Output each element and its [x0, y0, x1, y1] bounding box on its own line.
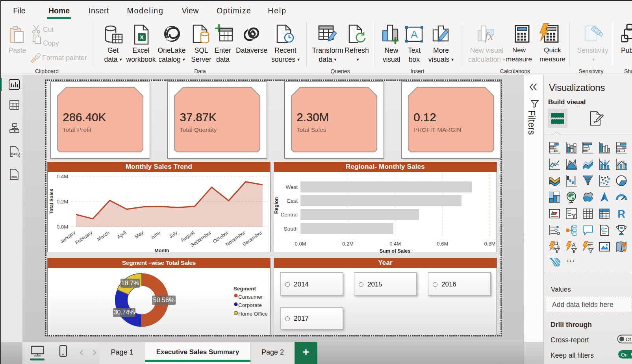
svg-text:Month: Month [154, 248, 169, 253]
svg-text:0.4M: 0.4M [57, 174, 68, 179]
svg-text:0.0M: 0.0M [295, 241, 306, 247]
svg-text:0.4M: 0.4M [389, 241, 401, 247]
svg-text:Region: Region [274, 197, 279, 214]
svg-text:May: May [133, 230, 145, 240]
svg-text:June: June [150, 230, 161, 240]
svg-text:Sum of Sales: Sum of Sales [380, 248, 411, 253]
svg-text:X: X [140, 34, 144, 41]
svg-text:Of: Of [626, 337, 631, 342]
svg-text:0.8M: 0.8M [484, 241, 496, 247]
svg-text:Central: Central [280, 212, 298, 218]
svg-text:July: July [168, 230, 179, 240]
svg-text:On: On [621, 352, 628, 358]
svg-text:0.0M: 0.0M [57, 224, 68, 230]
svg-text:A: A [411, 29, 418, 41]
svg-text:East: East [287, 198, 298, 204]
svg-text:March: March [96, 230, 111, 242]
svg-text:TMDL: TMDL [11, 176, 18, 178]
svg-text:0.2M: 0.2M [57, 199, 68, 205]
svg-text:West: West [285, 184, 298, 190]
svg-text:April: April [116, 230, 128, 240]
svg-text:January: January [59, 230, 77, 244]
svg-text:R: R [617, 208, 625, 220]
svg-text:0.2M: 0.2M [342, 241, 354, 247]
svg-text:fx: fx [485, 30, 493, 42]
svg-text:0.6M: 0.6M [437, 241, 448, 247]
svg-text:February: February [74, 230, 94, 246]
svg-text:Total Sales: Total Sales [49, 188, 54, 214]
svg-text:DAX: DAX [11, 152, 17, 156]
svg-text:A: A [572, 242, 576, 248]
svg-text:South: South [284, 226, 298, 232]
